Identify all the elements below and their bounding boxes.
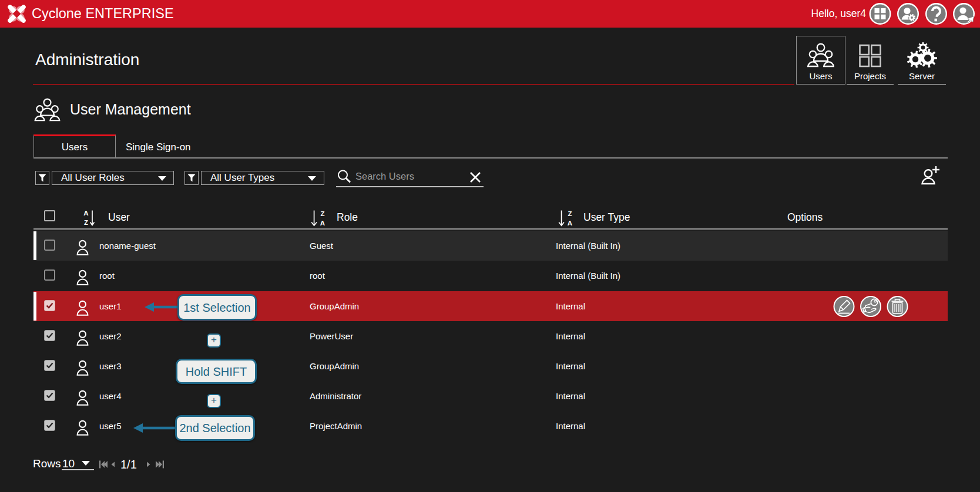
svg-text:Z: Z (568, 210, 572, 217)
svg-text:Z: Z (84, 219, 88, 226)
svg-text:A: A (83, 210, 88, 217)
svg-text:A: A (320, 220, 325, 227)
svg-text:A: A (568, 220, 572, 227)
svg-text:Z: Z (320, 210, 324, 217)
